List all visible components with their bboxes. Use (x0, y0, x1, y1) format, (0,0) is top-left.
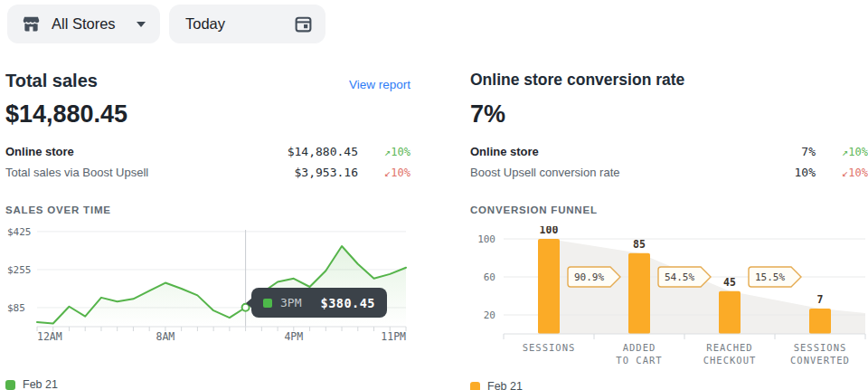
svg-text:TO CART: TO CART (616, 355, 662, 366)
svg-text:54.5%: 54.5% (665, 271, 694, 283)
metric-label: Boost Upsell conversion rate (470, 166, 795, 179)
metric-row-boost-upsell-rate: Boost Upsell conversion rate 10% ↙10% (470, 162, 868, 183)
svg-text:SESSIONS: SESSIONS (523, 342, 576, 353)
svg-text:45: 45 (723, 276, 736, 289)
tooltip-series-swatch (263, 299, 272, 308)
chart-tooltip: 3PM $380.45 (251, 288, 387, 318)
metric-row-boost-upsell: Total sales via Boost Upsell $3,953.16 ↙… (5, 162, 410, 183)
date-selector-button[interactable]: Today (169, 5, 326, 43)
svg-text:85: 85 (633, 238, 646, 251)
sales-over-time-label: SALES OVER TIME (5, 205, 410, 215)
tooltip-time: 3PM (280, 296, 301, 309)
metric-value: $14,880.45 (288, 145, 358, 158)
metric-label: Total sales via Boost Upsell (5, 166, 295, 179)
svg-text:12AM: 12AM (37, 330, 62, 343)
svg-text:100: 100 (540, 226, 559, 236)
svg-text:15.5%: 15.5% (755, 271, 785, 283)
conversion-rate-panel: Online store conversion rate 7% Online s… (470, 43, 868, 390)
funnel-legend: Feb 21 (470, 380, 868, 390)
conversion-rate-value: 7% (470, 100, 868, 128)
metric-row-online-store-rate: Online store 7% ↗10% (470, 141, 868, 162)
date-selector-label: Today (185, 15, 225, 33)
sales-line-chart[interactable]: $425$255$8512AM8AM4PM11PM 3PM $380.45 (5, 224, 410, 351)
svg-text:60: 60 (484, 271, 495, 283)
topbar: All Stores Today (0, 0, 868, 43)
svg-text:SESSIONS: SESSIONS (794, 342, 847, 353)
svg-text:$255: $255 (7, 264, 32, 276)
total-sales-value: $14,880.45 (5, 100, 410, 128)
svg-text:CONVERTED: CONVERTED (790, 355, 850, 366)
conversion-rate-title: Online store conversion rate (470, 71, 684, 90)
legend-swatch-green (5, 380, 15, 390)
metric-change-up: ↗10% (816, 146, 868, 158)
svg-text:7: 7 (817, 293, 824, 306)
conversion-metrics: Online store 7% ↗10% Boost Upsell conver… (470, 141, 868, 183)
conversion-funnel-label: CONVERSION FUNNEL (470, 205, 868, 215)
metric-change-up: ↗10% (358, 146, 410, 158)
metric-value: 7% (801, 145, 816, 158)
svg-text:$85: $85 (7, 302, 25, 314)
tooltip-value: $380.45 (321, 296, 375, 310)
metric-label: Online store (5, 145, 288, 158)
store-icon (22, 14, 41, 33)
sales-metrics: Online store $14,880.45 ↗10% Total sales… (5, 141, 410, 183)
legend-label: Feb 21 (487, 380, 523, 390)
total-sales-title: Total sales (5, 71, 98, 91)
svg-text:ADDED: ADDED (623, 342, 656, 353)
metric-value: $3,953.16 (295, 166, 358, 179)
calendar-icon (294, 14, 313, 33)
svg-text:11PM: 11PM (381, 330, 406, 343)
svg-text:CHECKOUT: CHECKOUT (703, 355, 757, 366)
svg-text:REACHED: REACHED (706, 342, 752, 353)
metric-value: 10% (795, 166, 816, 179)
svg-text:$425: $425 (7, 226, 32, 238)
total-sales-panel: Total sales View report $14,880.45 Onlin… (0, 43, 410, 390)
legend-swatch-orange (470, 382, 480, 390)
store-selector-button[interactable]: All Stores (7, 5, 160, 43)
svg-text:100: 100 (477, 233, 495, 245)
dashboard-content: Total sales View report $14,880.45 Onlin… (0, 43, 868, 390)
store-selector-label: All Stores (52, 15, 116, 33)
legend-label: Feb 21 (23, 378, 58, 390)
metric-change-down: ↙10% (358, 166, 410, 179)
metric-row-online-store: Online store $14,880.45 ↗10% (5, 141, 410, 162)
metric-label: Online store (470, 145, 801, 158)
svg-text:8AM: 8AM (156, 330, 175, 343)
view-report-link[interactable]: View report (349, 78, 410, 91)
sales-legend: Feb 21 (5, 378, 410, 390)
svg-text:90.9%: 90.9% (574, 271, 604, 283)
svg-text:4PM: 4PM (284, 330, 303, 343)
metric-change-down: ↙10% (816, 166, 868, 179)
conversion-funnel-chart[interactable]: 10060201008545790.9%54.5%15.5%SESSIONSAD… (470, 226, 868, 367)
chevron-down-icon (137, 22, 146, 27)
svg-text:20: 20 (484, 309, 495, 321)
